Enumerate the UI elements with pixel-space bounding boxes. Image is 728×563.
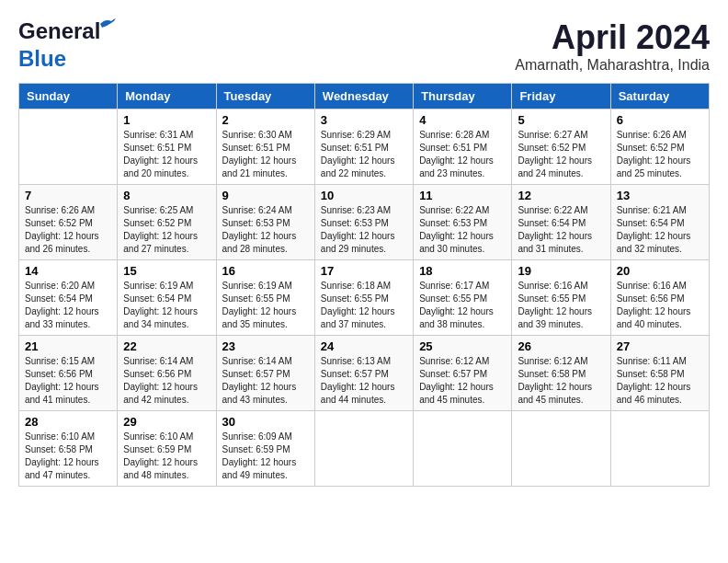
calendar-cell: 26Sunrise: 6:12 AM Sunset: 6:58 PM Dayli… [512, 336, 610, 411]
calendar-week-2: 7Sunrise: 6:26 AM Sunset: 6:52 PM Daylig… [19, 185, 710, 260]
calendar-cell: 18Sunrise: 6:17 AM Sunset: 6:55 PM Dayli… [414, 260, 512, 336]
calendar-cell: 13Sunrise: 6:21 AM Sunset: 6:54 PM Dayli… [610, 185, 709, 260]
day-info: Sunrise: 6:25 AM Sunset: 6:52 PM Dayligh… [123, 204, 210, 256]
day-info: Sunrise: 6:19 AM Sunset: 6:55 PM Dayligh… [222, 280, 309, 331]
weekday-header-tuesday: Tuesday [216, 84, 314, 109]
day-number: 22 [123, 339, 210, 353]
day-info: Sunrise: 6:30 AM Sunset: 6:51 PM Dayligh… [222, 129, 309, 180]
calendar-cell: 15Sunrise: 6:19 AM Sunset: 6:54 PM Dayli… [118, 260, 216, 336]
month-title: April 2024 [515, 18, 710, 57]
day-number: 15 [123, 264, 210, 278]
day-number: 12 [518, 189, 604, 202]
day-info: Sunrise: 6:12 AM Sunset: 6:58 PM Dayligh… [518, 355, 604, 407]
calendar-week-4: 21Sunrise: 6:15 AM Sunset: 6:56 PM Dayli… [19, 336, 710, 411]
day-info: Sunrise: 6:26 AM Sunset: 6:52 PM Dayligh… [25, 204, 111, 256]
calendar-cell: 28Sunrise: 6:10 AM Sunset: 6:58 PM Dayli… [19, 411, 118, 487]
calendar-cell [610, 411, 709, 487]
page-header: General Blue April 2024 Amarnath, Mahara… [18, 18, 710, 74]
day-number: 3 [321, 113, 407, 127]
day-info: Sunrise: 6:14 AM Sunset: 6:57 PM Dayligh… [222, 355, 309, 407]
weekday-header-monday: Monday [118, 84, 216, 109]
calendar-cell: 24Sunrise: 6:13 AM Sunset: 6:57 PM Dayli… [314, 336, 413, 411]
calendar-cell: 14Sunrise: 6:20 AM Sunset: 6:54 PM Dayli… [19, 260, 118, 336]
calendar-cell: 20Sunrise: 6:16 AM Sunset: 6:56 PM Dayli… [610, 260, 709, 336]
calendar-cell: 4Sunrise: 6:28 AM Sunset: 6:51 PM Daylig… [414, 109, 512, 185]
calendar-cell: 3Sunrise: 6:29 AM Sunset: 6:51 PM Daylig… [314, 109, 413, 185]
day-number: 20 [617, 264, 703, 278]
calendar-cell: 27Sunrise: 6:11 AM Sunset: 6:58 PM Dayli… [610, 336, 709, 411]
day-number: 5 [518, 113, 604, 127]
calendar-cell: 9Sunrise: 6:24 AM Sunset: 6:53 PM Daylig… [216, 185, 314, 260]
calendar-cell: 23Sunrise: 6:14 AM Sunset: 6:57 PM Dayli… [216, 336, 314, 411]
day-info: Sunrise: 6:17 AM Sunset: 6:55 PM Dayligh… [419, 280, 506, 331]
logo: General Blue [18, 18, 100, 72]
calendar-table: SundayMondayTuesdayWednesdayThursdayFrid… [18, 83, 710, 487]
weekday-header-sunday: Sunday [19, 84, 118, 109]
day-info: Sunrise: 6:15 AM Sunset: 6:56 PM Dayligh… [25, 355, 111, 407]
day-info: Sunrise: 6:13 AM Sunset: 6:57 PM Dayligh… [321, 355, 407, 407]
day-info: Sunrise: 6:29 AM Sunset: 6:51 PM Dayligh… [321, 129, 407, 180]
calendar-cell: 17Sunrise: 6:18 AM Sunset: 6:55 PM Dayli… [314, 260, 413, 336]
day-info: Sunrise: 6:22 AM Sunset: 6:54 PM Dayligh… [518, 204, 604, 256]
day-number: 30 [222, 415, 309, 429]
day-info: Sunrise: 6:20 AM Sunset: 6:54 PM Dayligh… [25, 280, 111, 331]
day-number: 16 [222, 264, 309, 278]
day-number: 23 [222, 339, 309, 353]
day-number: 29 [123, 415, 210, 429]
day-number: 28 [25, 415, 111, 429]
calendar-cell [414, 411, 512, 487]
calendar-cell: 7Sunrise: 6:26 AM Sunset: 6:52 PM Daylig… [19, 185, 118, 260]
day-number: 13 [617, 189, 703, 202]
location-title: Amarnath, Maharashtra, India [515, 57, 710, 74]
day-number: 24 [321, 339, 407, 353]
day-info: Sunrise: 6:28 AM Sunset: 6:51 PM Dayligh… [419, 129, 506, 180]
day-number: 25 [419, 339, 506, 353]
weekday-header-friday: Friday [512, 84, 610, 109]
day-info: Sunrise: 6:10 AM Sunset: 6:58 PM Dayligh… [25, 431, 111, 482]
weekday-header-saturday: Saturday [610, 84, 709, 109]
day-number: 6 [617, 113, 703, 127]
calendar-cell: 25Sunrise: 6:12 AM Sunset: 6:57 PM Dayli… [414, 336, 512, 411]
calendar-week-3: 14Sunrise: 6:20 AM Sunset: 6:54 PM Dayli… [19, 260, 710, 336]
calendar-cell [19, 109, 118, 185]
weekday-header-thursday: Thursday [414, 84, 512, 109]
calendar-cell: 5Sunrise: 6:27 AM Sunset: 6:52 PM Daylig… [512, 109, 610, 185]
day-info: Sunrise: 6:22 AM Sunset: 6:53 PM Dayligh… [419, 204, 506, 256]
day-info: Sunrise: 6:19 AM Sunset: 6:54 PM Dayligh… [123, 280, 210, 331]
day-info: Sunrise: 6:31 AM Sunset: 6:51 PM Dayligh… [123, 129, 210, 180]
weekday-header-wednesday: Wednesday [314, 84, 413, 109]
day-number: 1 [123, 113, 210, 127]
day-number: 7 [25, 189, 111, 202]
calendar-week-1: 1Sunrise: 6:31 AM Sunset: 6:51 PM Daylig… [19, 109, 710, 185]
day-info: Sunrise: 6:23 AM Sunset: 6:53 PM Dayligh… [321, 204, 407, 256]
day-info: Sunrise: 6:09 AM Sunset: 6:59 PM Dayligh… [222, 431, 309, 482]
day-info: Sunrise: 6:21 AM Sunset: 6:54 PM Dayligh… [617, 204, 703, 256]
day-info: Sunrise: 6:16 AM Sunset: 6:55 PM Dayligh… [518, 280, 604, 331]
calendar-cell: 1Sunrise: 6:31 AM Sunset: 6:51 PM Daylig… [118, 109, 216, 185]
day-number: 10 [321, 189, 407, 202]
calendar-cell [512, 411, 610, 487]
weekday-header-row: SundayMondayTuesdayWednesdayThursdayFrid… [19, 84, 710, 109]
calendar-cell: 22Sunrise: 6:14 AM Sunset: 6:56 PM Dayli… [118, 336, 216, 411]
day-number: 11 [419, 189, 506, 202]
title-area: April 2024 Amarnath, Maharashtra, India [515, 18, 710, 74]
day-number: 8 [123, 189, 210, 202]
calendar-cell: 19Sunrise: 6:16 AM Sunset: 6:55 PM Dayli… [512, 260, 610, 336]
day-number: 26 [518, 339, 604, 353]
calendar-cell: 6Sunrise: 6:26 AM Sunset: 6:52 PM Daylig… [610, 109, 709, 185]
day-info: Sunrise: 6:26 AM Sunset: 6:52 PM Dayligh… [617, 129, 703, 180]
day-number: 17 [321, 264, 407, 278]
logo-bird-icon [98, 17, 117, 31]
calendar-cell: 10Sunrise: 6:23 AM Sunset: 6:53 PM Dayli… [314, 185, 413, 260]
calendar-cell: 8Sunrise: 6:25 AM Sunset: 6:52 PM Daylig… [118, 185, 216, 260]
calendar-cell: 30Sunrise: 6:09 AM Sunset: 6:59 PM Dayli… [216, 411, 314, 487]
day-info: Sunrise: 6:11 AM Sunset: 6:58 PM Dayligh… [617, 355, 703, 407]
day-info: Sunrise: 6:24 AM Sunset: 6:53 PM Dayligh… [222, 204, 309, 256]
day-info: Sunrise: 6:27 AM Sunset: 6:52 PM Dayligh… [518, 129, 604, 180]
day-number: 2 [222, 113, 309, 127]
day-number: 14 [25, 264, 111, 278]
day-number: 18 [419, 264, 506, 278]
day-info: Sunrise: 6:10 AM Sunset: 6:59 PM Dayligh… [123, 431, 210, 482]
day-info: Sunrise: 6:18 AM Sunset: 6:55 PM Dayligh… [321, 280, 407, 331]
day-number: 9 [222, 189, 309, 202]
